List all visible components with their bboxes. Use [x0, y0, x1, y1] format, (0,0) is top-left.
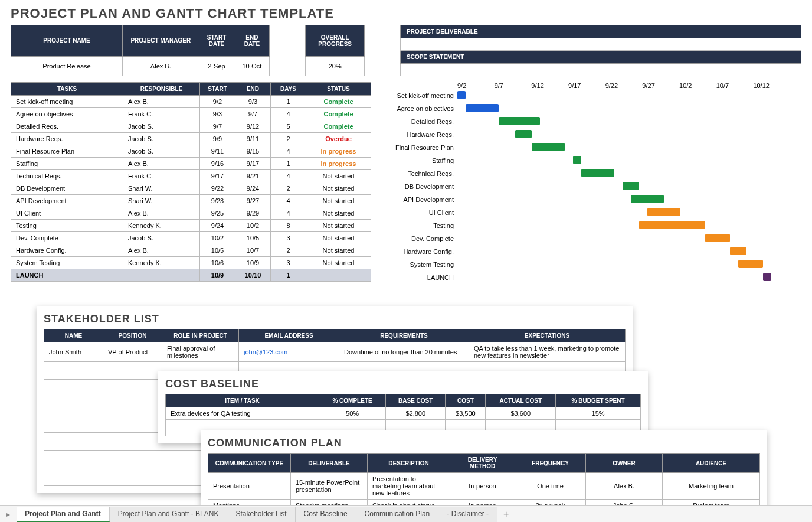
gantt-row: Hardware Reqs. — [389, 128, 790, 141]
table-row[interactable] — [44, 415, 103, 433]
table-row[interactable]: Presentation15-minute PowerPoint present… — [208, 473, 760, 500]
td-scope[interactable] — [401, 64, 801, 76]
table-row[interactable] — [44, 451, 103, 468]
th-end: END — [235, 83, 271, 96]
sh-th-position: POSITION — [103, 329, 162, 342]
gantt-bar — [639, 221, 705, 229]
add-sheet-button[interactable]: + — [497, 507, 515, 522]
gantt-label: Agree on objectives — [389, 105, 457, 112]
table-row[interactable]: System TestingKennedy K.10/610/93Not sta… — [11, 257, 371, 269]
gantt-bar — [623, 182, 639, 190]
th-status: STATUS — [306, 83, 371, 96]
c-td-item[interactable]: Extra devices for QA testing — [166, 407, 319, 420]
launch-row[interactable]: LAUNCH10/910/101 — [11, 269, 371, 282]
cm-th-owner: OWNER — [586, 454, 663, 473]
c-th-cost: COST — [446, 394, 486, 407]
c-td-cost[interactable]: $3,500 — [446, 407, 486, 420]
table-row[interactable]: Hardware Config.Alex B.10/510/72Not star… — [11, 244, 371, 257]
c-td-budget[interactable]: 15% — [556, 407, 641, 420]
table-row[interactable]: Final Resource PlanJacob S.9/119/154In p… — [11, 145, 371, 158]
sheet-tabs: ▸ Project Plan and GanttProject Plan and… — [0, 505, 812, 522]
sh-td-role[interactable]: Final approval of milestones — [162, 342, 239, 362]
sheet-tab[interactable]: Stakeholder List — [227, 507, 295, 522]
td-overall-progress[interactable]: 20% — [306, 56, 365, 76]
table-row[interactable]: Detailed Reqs.Jacob S.9/79/125Complete — [11, 120, 371, 133]
gantt-tick: 9/12 — [531, 82, 568, 89]
table-row[interactable]: Set kick-off meetingAlex B.9/29/31Comple… — [11, 96, 371, 108]
cm-th-freq: FREQUENCY — [515, 454, 586, 473]
gantt-bar — [515, 130, 532, 138]
gantt-row: Hardware Config. — [389, 245, 790, 258]
gantt-label: Staffing — [389, 157, 457, 164]
td-project-name[interactable]: Product Release — [11, 56, 123, 76]
table-row[interactable]: TestingKennedy K.9/2410/28Not started — [11, 220, 371, 232]
td-deliverable[interactable] — [401, 38, 801, 51]
c-td-pct[interactable]: 50% — [319, 407, 386, 420]
sh-td-position[interactable]: VP of Product — [103, 342, 162, 362]
table-row[interactable]: UI ClientAlex B.9/259/294Not started — [11, 207, 371, 220]
th-project-manager: PROJECT MANAGER — [123, 25, 199, 57]
gantt-row: UI Client — [389, 206, 790, 219]
table-row[interactable]: Hardware Reqs.Jacob S.9/99/112Overdue — [11, 133, 371, 145]
sh-td-req[interactable]: Downtime of no longer than 20 minutes — [339, 342, 469, 362]
sh-td-name[interactable]: John Smith — [44, 342, 103, 362]
sheet-tab[interactable]: - Disclaimer - — [438, 507, 497, 522]
gantt-row: Testing — [389, 219, 790, 232]
gantt-row: Dev. Complete — [389, 232, 790, 245]
gantt-bar — [738, 260, 763, 268]
gantt-label: Technical Reqs. — [389, 170, 457, 177]
th-start-date: START DATE — [199, 25, 234, 57]
email-link[interactable]: john@123.com — [244, 348, 287, 355]
sh-th-email: EMAIL ADDRESS — [239, 329, 339, 342]
table-row[interactable] — [44, 397, 103, 415]
gantt-row: Technical Reqs. — [389, 167, 790, 180]
table-row[interactable]: DB DevelopmentShari W.9/229/242Not start… — [11, 182, 371, 195]
cost-title: COST BASELINE — [165, 378, 641, 390]
td-end-date[interactable]: 10-Oct — [234, 56, 270, 76]
gantt-tick: 9/2 — [457, 82, 495, 89]
gantt-bar — [499, 117, 540, 125]
table-row[interactable]: StaffingAlex B.9/169/171In progress — [11, 158, 371, 170]
sh-td-exp[interactable]: QA to take less than 1 week, marketing t… — [469, 342, 626, 362]
gantt-label: LAUNCH — [389, 274, 457, 281]
th-responsible: RESPONSIBLE — [123, 83, 200, 96]
tab-scroll-left-icon[interactable]: ▸ — [0, 510, 17, 518]
gantt-row: Final Resource Plan — [389, 141, 790, 154]
table-row[interactable] — [44, 362, 103, 380]
td-start-date[interactable]: 2-Sep — [199, 56, 234, 76]
sheet-tab[interactable]: Communication Plan — [356, 507, 439, 522]
td-project-manager[interactable]: Alex B. — [123, 56, 199, 76]
gantt-bar — [573, 156, 581, 164]
sheet-tab[interactable]: Project Plan and Gantt — [17, 507, 110, 522]
table-row[interactable]: API DevelopmentShari W.9/239/274Not star… — [11, 195, 371, 207]
th-deliverable: PROJECT DELIVERABLE — [401, 25, 801, 38]
gantt-tick: 10/7 — [716, 82, 754, 89]
deliverable-table: PROJECT DELIVERABLE SCOPE STATEMENT — [400, 25, 801, 76]
sh-th-name: NAME — [44, 329, 103, 342]
table-row[interactable] — [44, 468, 103, 486]
sh-th-req: REQUIREMENTS — [339, 329, 469, 342]
sh-td-email[interactable]: john@123.com — [239, 342, 339, 362]
sheet-tab[interactable]: Project Plan and Gantt - BLANK — [110, 507, 228, 522]
gantt-row: Set kick-off meeting — [389, 89, 790, 102]
c-td-actual[interactable]: $3,600 — [486, 407, 556, 420]
table-row[interactable]: Technical Reqs.Frank C.9/179/214Not star… — [11, 170, 371, 182]
gantt-bar — [466, 104, 499, 112]
gantt-label: Detailed Reqs. — [389, 118, 457, 125]
sheet-tab[interactable]: Cost Baseline — [296, 507, 356, 522]
th-project-name: PROJECT NAME — [11, 25, 123, 57]
gantt-row: System Testing — [389, 258, 790, 271]
c-th-budget: % BUDGET SPENT — [556, 394, 641, 407]
gantt-label: Testing — [389, 222, 457, 229]
gantt-tick: 10/2 — [679, 82, 716, 89]
table-row[interactable] — [44, 380, 103, 397]
gantt-row: Agree on objectives — [389, 102, 790, 115]
table-row[interactable]: Agree on objectivesFrank C.9/39/74Comple… — [11, 108, 371, 120]
gantt-tick: 9/7 — [495, 82, 532, 89]
table-row[interactable]: Dev. CompleteJacob S.10/210/53Not starte… — [11, 232, 371, 244]
c-td-base[interactable]: $2,800 — [386, 407, 446, 420]
gantt-chart: 9/29/79/129/179/229/2710/210/710/12 Set … — [389, 82, 790, 284]
table-row[interactable] — [44, 433, 103, 451]
th-scope: SCOPE STATEMENT — [401, 51, 801, 64]
gantt-tick: 9/27 — [642, 82, 679, 89]
